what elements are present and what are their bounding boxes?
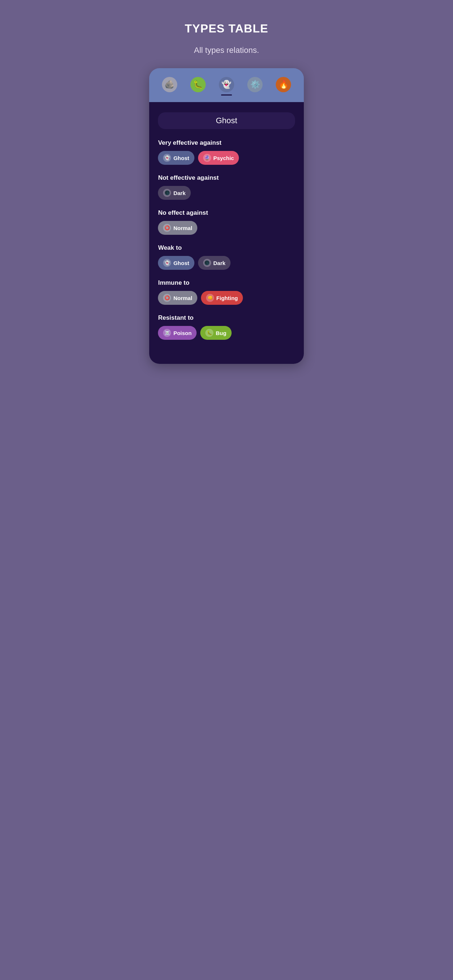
section-title-resistant-to: Resistant to [158, 314, 295, 321]
badge-dark[interactable]: 🌑 Dark [158, 186, 190, 200]
badge-label: Fighting [216, 295, 238, 301]
badge-label: Dark [214, 260, 225, 266]
badge-label: Psychic [214, 155, 234, 161]
badge-dark[interactable]: 🌑 Dark [198, 256, 231, 270]
type-badges-not-effective: 🌑 Dark [158, 186, 295, 200]
section-immune-to: Immune to ⭕ Normal 👊 Fighting [158, 279, 295, 305]
ghost-icon: 👻 [163, 259, 171, 267]
type-badges-resistant-to: ☠️ Poison 🐛 Bug [158, 326, 295, 340]
badge-label: Bug [215, 330, 226, 336]
badge-ghost[interactable]: 👻 Ghost [158, 256, 194, 270]
normal-icon: ⭕ [163, 224, 171, 232]
dark-icon: 🌑 [203, 259, 211, 267]
poison-icon: ☠️ [163, 329, 171, 337]
badge-label: Normal [173, 225, 192, 231]
bug-icon: 🐛 [205, 329, 214, 337]
tab-item-steel[interactable]: ⚙️ [244, 75, 266, 98]
badge-label: Ghost [173, 155, 189, 161]
section-title-weak-to: Weak to [158, 244, 295, 251]
badge-ghost[interactable]: 👻 Ghost [158, 151, 194, 165]
tab-item-bug[interactable]: 🐛 [187, 75, 209, 98]
tab-bar: 🪨 🐛 👻 ⚙️ 🔥 [149, 68, 303, 102]
section-very-effective: Very effective against 👻 Ghost 🔮 Psychic [158, 139, 295, 165]
dark-icon: 🌑 [163, 189, 171, 197]
tab-item-ghost[interactable]: 👻 [215, 75, 238, 98]
ghost-icon: 👻 [219, 77, 234, 92]
section-weak-to: Weak to 👻 Ghost 🌑 Dark [158, 244, 295, 270]
type-header-pill: Ghost [158, 112, 295, 129]
section-no-effect: No effect against ⭕ Normal [158, 209, 295, 235]
badge-normal[interactable]: ⭕ Normal [158, 291, 197, 305]
badge-label: Ghost [173, 260, 189, 266]
content-area: Ghost Very effective against 👻 Ghost 🔮 P… [149, 102, 303, 364]
badge-label: Dark [173, 190, 185, 196]
section-not-effective: Not effective against 🌑 Dark [158, 174, 295, 200]
section-title-very-effective: Very effective against [158, 139, 295, 146]
sections-container: Very effective against 👻 Ghost 🔮 Psychic… [158, 139, 295, 340]
section-title-not-effective: Not effective against [158, 174, 295, 181]
ghost-icon: 👻 [163, 154, 171, 162]
steel-icon: ⚙️ [247, 77, 263, 92]
type-badges-immune-to: ⭕ Normal 👊 Fighting [158, 291, 295, 305]
badge-psychic[interactable]: 🔮 Psychic [198, 151, 239, 165]
bug-icon: 🐛 [190, 77, 206, 92]
normal-icon: ⭕ [163, 294, 171, 302]
selected-type-label: Ghost [216, 116, 238, 126]
type-badges-weak-to: 👻 Ghost 🌑 Dark [158, 256, 295, 270]
badge-poison[interactable]: ☠️ Poison [158, 326, 196, 340]
tab-item-rock[interactable]: 🪨 [158, 75, 181, 98]
page-title: TYPES TABLE [185, 22, 268, 35]
badge-label: Poison [173, 330, 191, 336]
badge-bug[interactable]: 🐛 Bug [200, 326, 231, 340]
fire-icon: 🔥 [276, 77, 291, 92]
fighting-icon: 👊 [206, 294, 214, 302]
rock-icon: 🪨 [162, 77, 177, 92]
section-title-immune-to: Immune to [158, 279, 295, 286]
type-badges-no-effect: ⭕ Normal [158, 221, 295, 235]
app-container: TYPES TABLE All types relations. 🪨 🐛 👻 ⚙… [143, 0, 310, 980]
badge-label: Normal [173, 295, 192, 301]
psychic-icon: 🔮 [203, 154, 211, 162]
section-title-no-effect: No effect against [158, 209, 295, 216]
type-badges-very-effective: 👻 Ghost 🔮 Psychic [158, 151, 295, 165]
badge-normal[interactable]: ⭕ Normal [158, 221, 197, 235]
badge-fighting[interactable]: 👊 Fighting [201, 291, 243, 305]
card-wrapper: 🪨 🐛 👻 ⚙️ 🔥 Ghost Very effective against … [149, 68, 303, 364]
page-subtitle: All types relations. [194, 46, 259, 55]
tab-item-fire[interactable]: 🔥 [272, 75, 295, 98]
section-resistant-to: Resistant to ☠️ Poison 🐛 Bug [158, 314, 295, 340]
